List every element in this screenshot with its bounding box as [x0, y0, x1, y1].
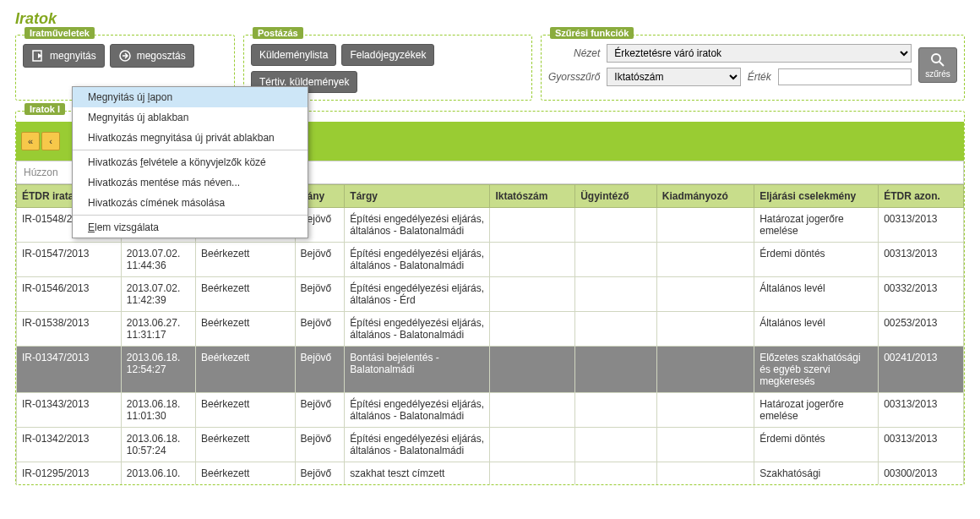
table-row[interactable]: IR-01343/20132013.06.18. 11:01:30Beérkez… — [17, 393, 964, 428]
table-cell — [490, 462, 575, 485]
table-cell: Bejövő — [295, 312, 345, 347]
chevron-left-icon: ‹ — [49, 136, 52, 146]
kuldemenylista-button[interactable]: Küldeménylista — [251, 44, 336, 66]
table-cell: IR-01538/2013 — [17, 312, 122, 347]
table-cell — [575, 243, 657, 277]
legend-iratok-list: Iratok l — [24, 103, 65, 115]
table-cell: 00313/2013 — [879, 393, 964, 428]
cm-open-private-window[interactable]: Hivatkozás megnyitása új privát ablakban — [73, 128, 308, 148]
table-cell: IR-01546/2013 — [17, 277, 122, 312]
cm-separator — [73, 150, 308, 150]
table-cell — [656, 428, 754, 462]
table-cell: IR-01547/2013 — [17, 243, 122, 277]
table-cell: Építési engedélyezési eljárás, általános… — [345, 208, 490, 243]
cm-inspect-element[interactable]: Elem vizsgálata — [73, 217, 308, 238]
table-cell — [575, 347, 657, 393]
nezet-select[interactable]: Érkeztetésre váró iratok — [607, 44, 912, 63]
search-button-label: szűrés — [925, 69, 950, 79]
table-cell: IR-01295/2013 — [17, 462, 122, 485]
share-button[interactable]: megosztás — [110, 44, 194, 68]
table-row[interactable]: IR-01342/20132013.06.18. 10:57:24Beérkez… — [17, 428, 964, 462]
table-row[interactable]: IR-01347/20132013.06.18. 12:54:27Beérkez… — [17, 347, 964, 393]
table-cell: 00300/2013 — [879, 462, 964, 485]
table-cell: Érdemi döntés — [754, 243, 879, 277]
cm-copy-link-address[interactable]: Hivatkozás címének másolása — [73, 193, 308, 213]
col-eljarasi[interactable]: Eljárási cselekmény — [754, 185, 879, 208]
table-cell — [575, 277, 657, 312]
svg-point-2 — [932, 54, 940, 63]
table-cell: 00313/2013 — [879, 243, 964, 277]
table-cell: Határozat jogerőre emelése — [754, 208, 879, 243]
table-cell — [656, 462, 754, 485]
table-cell: IR-01347/2013 — [17, 347, 122, 393]
table-cell: IR-01343/2013 — [17, 393, 122, 428]
table-cell — [575, 428, 657, 462]
table-cell: Építési engedélyezési eljárás, általános… — [345, 277, 490, 312]
table-cell — [575, 312, 657, 347]
table-cell — [656, 312, 754, 347]
table-cell: Építési engedélyezési eljárás, általános… — [345, 393, 490, 428]
panel-szures: Szűrési funkciók Nézet Érkeztetésre váró… — [541, 35, 965, 101]
table-cell: Bejövő — [295, 428, 345, 462]
table-cell: 00313/2013 — [879, 208, 964, 243]
table-cell: 00313/2013 — [879, 428, 964, 462]
table-cell: 00253/2013 — [879, 312, 964, 347]
label-gyors: Gyorsszűrő — [548, 71, 600, 83]
open-button[interactable]: megnyitás — [23, 44, 105, 68]
table-cell: Határozat jogerőre emelése — [754, 393, 879, 428]
col-ugyintezo[interactable]: Ügyintéző — [575, 185, 657, 208]
feladojegyzekek-button[interactable]: Feladójegyzékek — [341, 44, 434, 66]
table-row[interactable]: IR-01295/20132013.06.10.BeérkezettBejövő… — [17, 462, 964, 485]
table-cell: szakhat teszt címzett — [345, 462, 490, 485]
table-cell — [656, 208, 754, 243]
col-iktatoszam[interactable]: Iktatószám — [490, 185, 575, 208]
label-ertek: Érték — [748, 71, 771, 83]
table-cell: Beérkezett — [196, 462, 296, 485]
share-icon — [118, 49, 132, 63]
table-cell: Szakhatósági — [754, 462, 879, 485]
share-button-label: megosztás — [137, 50, 186, 62]
table-cell — [490, 393, 575, 428]
table-cell: 2013.06.10. — [121, 462, 195, 485]
table-cell: 2013.06.18. 10:57:24 — [121, 428, 195, 462]
table-cell: Előzetes szakhatósági és egyéb szervi me… — [754, 347, 879, 393]
search-button[interactable]: szűrés — [918, 47, 957, 83]
table-cell: 2013.06.18. 12:54:27 — [121, 347, 195, 393]
col-targy[interactable]: Tárgy — [345, 185, 490, 208]
nav-first-button[interactable]: « — [21, 132, 40, 150]
chevron-double-left-icon: « — [28, 136, 33, 146]
table-cell — [656, 243, 754, 277]
table-cell: 2013.07.02. 11:42:39 — [121, 277, 195, 312]
table-row[interactable]: IR-01546/20132013.07.02. 11:42:39Beérkez… — [17, 277, 964, 312]
gyors-select[interactable]: Iktatószám — [607, 68, 740, 86]
table-cell — [656, 277, 754, 312]
table-cell: Bontási bejelentés - Balatonalmádi — [345, 347, 490, 393]
table-row[interactable]: IR-01538/20132013.06.27. 11:31:17Beérkez… — [17, 312, 964, 347]
table-cell: Építési engedélyezési eljárás, általános… — [345, 243, 490, 277]
table-cell — [490, 277, 575, 312]
nav-prev-button[interactable]: ‹ — [41, 132, 60, 150]
table-cell: Érdemi döntés — [754, 428, 879, 462]
table-row[interactable]: IR-01547/20132013.07.02. 11:44:36Beérkez… — [17, 243, 964, 277]
col-etdr-azon[interactable]: ÉTDR azon. — [879, 185, 964, 208]
table-cell — [490, 347, 575, 393]
cm-bookmark-link[interactable]: Hivatkozás felvétele a könyvjelzők közé — [73, 152, 308, 172]
cm-open-new-window[interactable]: Megnyitás új ablakban — [73, 107, 308, 128]
ertek-input[interactable] — [778, 68, 912, 85]
open-button-label: megnyitás — [50, 50, 96, 62]
table-cell: 00241/2013 — [879, 347, 964, 393]
table-cell: Bejövő — [295, 243, 345, 277]
context-menu: Megnyitás új lapon Megnyitás új ablakban… — [72, 86, 308, 238]
table-cell: Beérkezett — [196, 393, 296, 428]
cm-save-link-as[interactable]: Hivatkozás mentése más néven... — [73, 172, 308, 193]
table-cell — [656, 393, 754, 428]
table-cell — [490, 208, 575, 243]
table-cell — [575, 208, 657, 243]
table-cell: Építési engedélyezési eljárás, általános… — [345, 428, 490, 462]
col-kiadmanyozo[interactable]: Kiadmányozó — [656, 185, 754, 208]
cm-open-new-tab[interactable]: Megnyitás új lapon — [73, 87, 308, 107]
label-nezet: Nézet — [548, 47, 600, 59]
table-cell — [575, 462, 657, 485]
table-cell: Építési engedélyezési eljárás, általános… — [345, 312, 490, 347]
table-cell: Beérkezett — [196, 243, 296, 277]
